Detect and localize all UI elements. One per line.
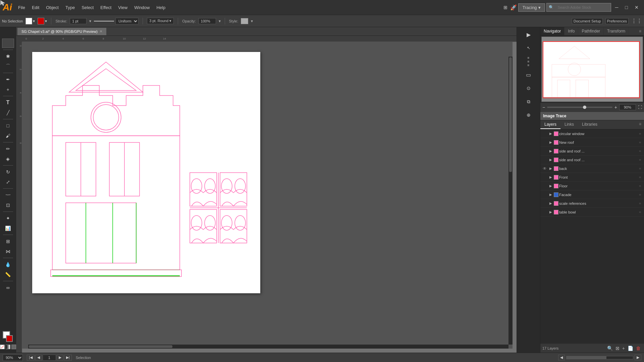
image-trace-panel[interactable]: Image Trace — [540, 112, 644, 120]
navigator-tab[interactable]: Navigator — [540, 27, 565, 35]
column-graph-tool[interactable]: 📊 — [2, 224, 14, 233]
menu-file[interactable]: File — [15, 4, 28, 11]
stroke-dropdown-icon[interactable]: ▾ — [45, 19, 47, 23]
layer-target-facade[interactable]: ○ — [637, 193, 643, 196]
menu-edit[interactable]: Edit — [29, 4, 42, 11]
blend-tool[interactable]: ∞ — [2, 283, 14, 292]
style-dropdown-icon[interactable]: ▾ — [251, 19, 253, 23]
preferences-button[interactable]: Preferences — [605, 18, 629, 24]
layer-back[interactable]: 👁 ▶ back ○ — [540, 164, 644, 173]
layer-expand-new-roof[interactable]: ▶ — [548, 140, 553, 144]
stroke-style-select[interactable]: Uniform — [115, 18, 139, 24]
layer-circular-window[interactable]: ▶ circular window ○ — [540, 129, 644, 138]
pencil-tool[interactable]: ✏ — [2, 144, 14, 154]
target-icon[interactable]: ⊙ — [522, 82, 535, 94]
page-number-input[interactable] — [43, 355, 56, 361]
stroke-swatch[interactable] — [38, 18, 44, 24]
layer-target-table-bowl[interactable]: ○ — [637, 210, 643, 214]
stock-search-input[interactable] — [555, 4, 609, 11]
zoom-in-button[interactable]: + — [614, 105, 617, 110]
layer-expand-circular-window[interactable]: ▶ — [548, 132, 553, 135]
gpu-preview-icon[interactable]: 🚀 — [510, 4, 517, 11]
layer-target-floor[interactable]: ○ — [637, 184, 643, 188]
zoom-display[interactable]: 90%75%50%100%150% — [3, 354, 23, 361]
vertical-scrollbar[interactable] — [508, 57, 513, 345]
selection-tool[interactable] — [2, 28, 14, 38]
minimize-button[interactable]: ─ — [612, 3, 621, 11]
layer-target-front[interactable]: ○ — [637, 175, 643, 179]
new-sublayer-button[interactable]: + — [621, 345, 626, 352]
canvas-scroll-right[interactable]: ▶ — [635, 355, 641, 360]
layer-target-back[interactable]: ○ — [637, 167, 643, 170]
rectangle-tool[interactable]: □ — [2, 121, 14, 130]
menu-object[interactable]: Object — [43, 4, 61, 11]
layer-target-new-roof[interactable]: ○ — [637, 140, 643, 144]
tracing-button[interactable]: Tracing ▾ — [518, 3, 545, 12]
canvas-h-scroll[interactable] — [566, 356, 633, 359]
layer-expand-front[interactable]: ▶ — [548, 175, 553, 179]
v-scroll-thumb[interactable] — [509, 57, 512, 172]
stroke-color-swatch[interactable] — [6, 335, 13, 342]
panel-options-icon[interactable]: ⋮⋮ — [631, 18, 642, 24]
canvas-h-thumb[interactable] — [567, 356, 606, 359]
layer-side-roof-1[interactable]: ▶ side and roof ... ○ — [540, 147, 644, 156]
arrange-window-icon[interactable]: ⊞ — [503, 5, 507, 10]
canvas[interactable] — [22, 42, 513, 349]
tab-close-icon[interactable]: ✕ — [100, 29, 102, 33]
layers-icon[interactable]: ⧉ — [522, 96, 535, 108]
none-icon[interactable] — [0, 345, 5, 349]
next-page-button[interactable]: ▶ — [57, 355, 63, 361]
magic-wand-tool[interactable]: ✱ — [2, 52, 14, 61]
symbol-sprayer-tool[interactable]: ✦ — [2, 214, 14, 223]
scale-tool[interactable]: ⤢ — [2, 177, 14, 187]
line-tool[interactable]: ╱ — [2, 108, 14, 117]
layer-expand-scale-refs[interactable]: ▶ — [548, 201, 553, 205]
layer-facade[interactable]: ▶ Facade ○ — [540, 190, 644, 199]
horizontal-scrollbar[interactable] — [28, 345, 508, 349]
play-action-icon[interactable]: ▶ — [522, 28, 535, 41]
opacity-input[interactable] — [199, 18, 216, 24]
delete-layer-button[interactable]: 🗑 — [635, 345, 642, 352]
hamburger-menu-icon[interactable]: ≡≡≡ — [522, 55, 535, 67]
maximize-button[interactable]: □ — [623, 3, 631, 11]
layer-new-roof[interactable]: ▶ New roof ○ — [540, 138, 644, 147]
layer-target-side-roof-1[interactable]: ○ — [637, 149, 643, 153]
stroke-width-input[interactable] — [70, 18, 87, 24]
layer-expand-back[interactable]: ▶ — [548, 167, 553, 170]
layer-expand-side-roof-1[interactable]: ▶ — [548, 149, 553, 153]
find-layer-button[interactable]: 🔍 — [606, 345, 614, 352]
zoom-slider[interactable] — [547, 107, 612, 108]
stroke-weight-arrow[interactable]: ▾ — [89, 19, 91, 23]
prev-page-button[interactable]: ◀ — [35, 355, 42, 361]
style-swatch[interactable] — [241, 18, 248, 24]
last-page-button[interactable]: ▶| — [64, 355, 72, 361]
zoom-target-icon[interactable]: ⊕ — [522, 109, 535, 121]
zoom-value-box[interactable]: 90% — [619, 104, 636, 110]
rotate-tool[interactable]: ↻ — [2, 167, 14, 177]
artboard-tool[interactable]: ⊞ — [2, 237, 14, 246]
document-tab[interactable]: SG Chapel v3.ai* @ 90% (RGB/GPU Preview)… — [17, 28, 106, 35]
eyedropper-tool[interactable]: 💧 — [2, 260, 14, 269]
layer-target-scale-refs[interactable]: ○ — [637, 201, 643, 205]
direct-selection-tool[interactable] — [2, 39, 14, 48]
libraries-tab[interactable]: Libraries — [578, 120, 601, 129]
document-setup-button[interactable]: Document Setup — [572, 18, 603, 24]
opacity-arrow[interactable]: ▾ — [219, 19, 221, 23]
layer-table-bowl[interactable]: ▶ table bowl ○ — [540, 208, 644, 217]
close-button[interactable]: ✕ — [632, 3, 641, 11]
pathfinder-tab[interactable]: Pathfinder — [578, 27, 604, 35]
make-clipping-button[interactable]: ⊠ — [614, 345, 621, 352]
mesh-gradient-icon[interactable] — [11, 345, 16, 349]
fill-swatch[interactable] — [25, 18, 32, 24]
cap-style[interactable]: 3 pt. Round ▾ — [147, 18, 174, 24]
type-tool[interactable]: T — [2, 98, 14, 107]
rectangle-icon[interactable]: ▭ — [522, 69, 535, 81]
canvas-scroll-left[interactable]: ◀ — [558, 355, 565, 360]
zoom-out-button[interactable]: − — [542, 105, 545, 110]
menu-window[interactable]: Window — [131, 4, 152, 11]
layer-target-circular-window[interactable]: ○ — [637, 132, 643, 135]
layer-scale-refs[interactable]: ▶ scale references ○ — [540, 199, 644, 208]
warp-tool[interactable]: 〰 — [2, 190, 14, 200]
layer-expand-side-roof-2[interactable]: ▶ — [548, 158, 553, 162]
first-page-button[interactable]: |◀ — [27, 355, 35, 361]
